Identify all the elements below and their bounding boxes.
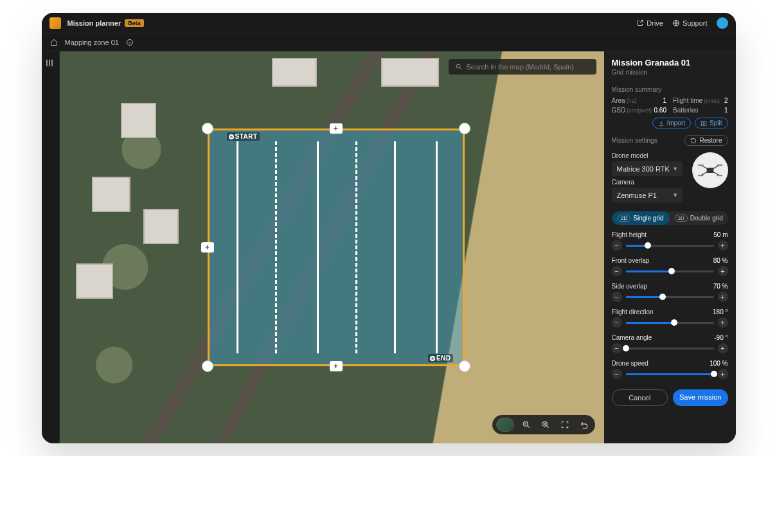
- basemap-toggle[interactable]: [496, 418, 514, 432]
- import-button[interactable]: Import: [652, 118, 691, 129]
- corner-handle[interactable]: [459, 360, 470, 372]
- import-icon: [658, 120, 665, 127]
- settings-header: Mission settings: [612, 137, 657, 144]
- restore-icon: [690, 137, 697, 144]
- drone-speed-slider: Drone speed100 % − +: [612, 360, 728, 379]
- beta-badge: Beta: [125, 19, 144, 27]
- breadcrumb-bar: Mapping zone 01: [42, 33, 736, 51]
- increment-button[interactable]: +: [718, 369, 728, 379]
- support-link[interactable]: Support: [672, 19, 708, 27]
- single-grid-option[interactable]: 2D Single grid: [612, 211, 670, 225]
- increment-button[interactable]: +: [718, 266, 728, 276]
- drone-model-label: Drone model: [612, 152, 686, 159]
- restore-button[interactable]: Restore: [684, 135, 728, 146]
- breadcrumb-item[interactable]: Mapping zone 01: [65, 39, 119, 46]
- building: [143, 209, 179, 244]
- drone-model-select[interactable]: Matrice 300 RTK ▾: [612, 161, 683, 176]
- left-rail: [42, 51, 60, 443]
- slider-track[interactable]: [626, 245, 714, 247]
- increment-button[interactable]: +: [718, 343, 728, 353]
- mission-area-overlay[interactable]: START END + + +: [208, 129, 465, 366]
- camera-select[interactable]: Zenmuse P1 ▾: [612, 188, 683, 202]
- split-icon: [701, 120, 707, 127]
- flight-line: [436, 141, 438, 353]
- decrement-button[interactable]: −: [612, 292, 622, 302]
- drone-thumbnail: [692, 152, 728, 188]
- increment-button[interactable]: +: [718, 240, 728, 251]
- svg-point-13: [717, 175, 722, 177]
- svg-point-2: [456, 64, 460, 68]
- app-frame: Mission planner Beta Drive Support Mappi…: [42, 13, 736, 443]
- map-controls: [492, 415, 595, 434]
- svg-rect-5: [701, 121, 703, 125]
- increment-button[interactable]: +: [718, 292, 728, 302]
- info-icon[interactable]: [125, 38, 134, 47]
- camera-angle-slider: Camera angle-90 ° − +: [612, 334, 728, 353]
- slider-track[interactable]: [626, 348, 714, 350]
- slider-track[interactable]: [626, 373, 714, 375]
- zoom-out-button[interactable]: [519, 418, 533, 432]
- layers-icon[interactable]: [44, 58, 56, 69]
- mission-summary: Area(ha)1 Flight time(mins)2 GSD(cm/pixe…: [612, 97, 728, 114]
- edge-add-handle[interactable]: +: [330, 123, 343, 134]
- search-icon: [455, 63, 463, 71]
- camera-label: Camera: [612, 179, 686, 186]
- slider-track[interactable]: [626, 296, 714, 298]
- summary-header: Mission summary: [612, 86, 728, 93]
- drone-icon: [697, 161, 723, 180]
- corner-handle[interactable]: [459, 123, 470, 134]
- grid-mode-toggle: 2D Single grid 3D Double grid: [612, 211, 728, 225]
- map-area[interactable]: Search in the map (Madrid, Spain) START …: [60, 51, 604, 443]
- decrement-button[interactable]: −: [612, 343, 622, 353]
- svg-rect-6: [704, 121, 706, 125]
- slider-track[interactable]: [626, 322, 714, 324]
- globe-icon: [672, 19, 680, 27]
- edge-add-handle[interactable]: +: [201, 242, 214, 253]
- decrement-button[interactable]: −: [612, 240, 622, 251]
- svg-rect-9: [706, 168, 713, 173]
- user-avatar[interactable]: [717, 17, 728, 29]
- increment-button[interactable]: +: [718, 317, 728, 328]
- map-search-input[interactable]: Search in the map (Madrid, Spain): [449, 59, 596, 75]
- svg-point-11: [717, 164, 722, 166]
- corner-handle[interactable]: [202, 123, 213, 134]
- external-link-icon: [636, 19, 644, 27]
- app-logo-icon: [49, 17, 61, 29]
- flight-height-slider: Flight height50 m − +: [612, 231, 728, 251]
- start-marker: START: [227, 132, 260, 141]
- building: [76, 263, 113, 299]
- building: [381, 58, 439, 87]
- mission-panel: Mission Granada 01 Grid mission Mission …: [604, 51, 736, 443]
- end-marker: END: [428, 354, 453, 362]
- center-button[interactable]: [558, 418, 572, 432]
- split-button[interactable]: Split: [695, 118, 728, 129]
- flight-direction-slider: Flight direction180 ° − +: [612, 308, 728, 328]
- mission-type: Grid mission: [612, 69, 728, 76]
- building: [272, 58, 317, 87]
- front-overlap-slider: Front overlap80 % − +: [612, 257, 728, 276]
- chevron-down-icon: ▾: [674, 164, 677, 173]
- home-icon[interactable]: [49, 38, 58, 47]
- decrement-button[interactable]: −: [612, 266, 622, 276]
- chevron-down-icon: ▾: [674, 191, 677, 199]
- flight-line: [275, 141, 277, 353]
- flight-line: [317, 141, 319, 353]
- flight-line: [394, 141, 396, 353]
- corner-handle[interactable]: [202, 360, 213, 372]
- save-mission-button[interactable]: Save mission: [673, 389, 728, 406]
- undo-button[interactable]: [577, 418, 591, 432]
- mission-title: Mission Granada 01: [612, 58, 728, 67]
- svg-point-12: [697, 175, 703, 177]
- decrement-button[interactable]: −: [612, 317, 622, 328]
- cancel-button[interactable]: Cancel: [612, 389, 668, 406]
- zoom-in-button[interactable]: [539, 418, 553, 432]
- edge-add-handle[interactable]: +: [330, 361, 343, 371]
- slider-track[interactable]: [626, 270, 714, 272]
- double-grid-option[interactable]: 3D Double grid: [670, 211, 728, 225]
- topbar: Mission planner Beta Drive Support: [42, 13, 736, 33]
- decrement-button[interactable]: −: [612, 369, 622, 379]
- app-title: Mission planner: [67, 19, 121, 27]
- flight-line: [237, 141, 238, 353]
- drive-link[interactable]: Drive: [636, 19, 663, 27]
- side-overlap-slider: Side overlap70 % − +: [612, 283, 728, 302]
